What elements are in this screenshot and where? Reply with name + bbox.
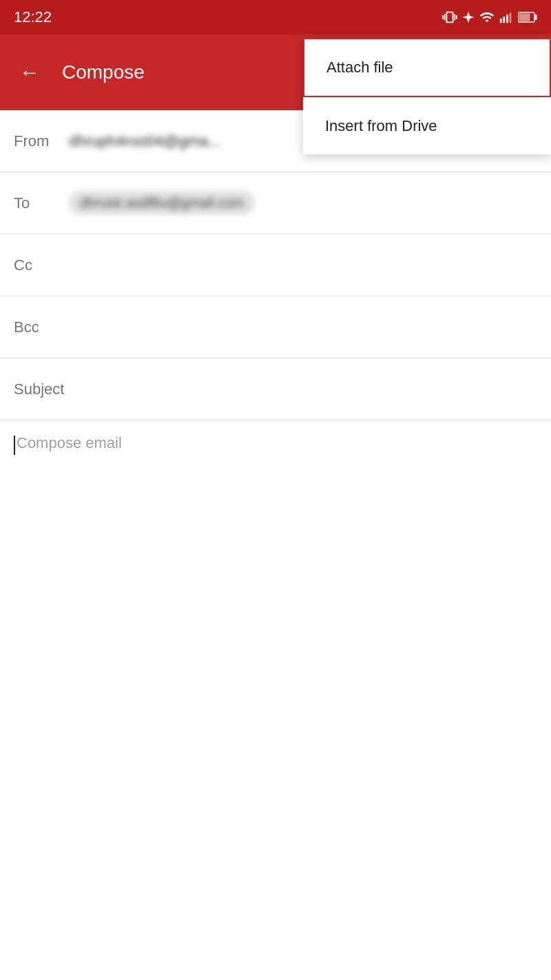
from-label: From — [14, 132, 69, 150]
subject-input[interactable] — [14, 380, 537, 398]
cc-label: Cc — [14, 256, 69, 274]
to-label: To — [14, 194, 69, 212]
vibrate-icon — [442, 10, 457, 25]
insert-from-drive-menu-item[interactable]: Insert from Drive — [303, 98, 551, 154]
signal-icon — [499, 10, 514, 25]
bcc-row[interactable]: Bcc — [0, 296, 551, 358]
svg-rect-6 — [519, 14, 530, 21]
text-cursor — [14, 436, 15, 455]
status-bar: 12:22 — [0, 0, 551, 34]
dropdown-menu: Attach file Insert from Drive — [303, 38, 551, 154]
from-value: dhruph4roo04@gma... — [69, 132, 220, 150]
svg-rect-1 — [503, 17, 505, 23]
to-recipient-chip[interactable]: dhrustr.asdf8u@gmail.com — [69, 191, 255, 215]
to-row[interactable]: To dhrustr.asdf8u@gmail.com — [0, 172, 551, 234]
compose-form: From dhruph4roo04@gma... To dhrustr.asdf… — [0, 110, 551, 903]
svg-rect-0 — [500, 19, 502, 23]
cc-row[interactable]: Cc — [0, 234, 551, 296]
bcc-label: Bcc — [14, 318, 69, 336]
back-button[interactable]: ← — [14, 55, 45, 90]
svg-rect-3 — [510, 13, 512, 23]
svg-rect-2 — [506, 14, 508, 23]
status-icons — [442, 10, 537, 25]
battery-icon — [518, 11, 537, 23]
sparkle-icon — [461, 10, 475, 24]
attach-file-menu-item[interactable]: Attach file — [303, 38, 551, 97]
status-time: 12:22 — [14, 8, 52, 26]
svg-rect-5 — [535, 14, 537, 20]
subject-row[interactable] — [0, 358, 551, 420]
compose-placeholder: Compose email — [17, 434, 122, 451]
wifi-icon — [479, 10, 495, 25]
compose-body[interactable]: Compose email — [0, 420, 551, 903]
